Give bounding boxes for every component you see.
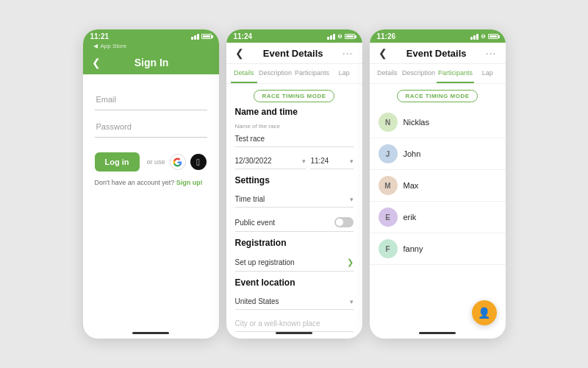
list-item[interactable]: M Max bbox=[370, 170, 506, 202]
event-navbar-2: ❮ Event Details ··· bbox=[226, 43, 362, 64]
signal-icon-2 bbox=[327, 34, 335, 40]
login-button[interactable]: Log in bbox=[95, 152, 140, 171]
event-body-2: Name and time Name of the race Test race… bbox=[226, 107, 362, 338]
name-time-title: Name and time bbox=[235, 107, 354, 117]
login-row: Log in or use  bbox=[95, 152, 207, 171]
tab-participants-2[interactable]: Participants bbox=[293, 64, 331, 83]
avatar: N bbox=[379, 113, 398, 132]
date-field[interactable]: 12/30/2022 ▾ bbox=[235, 153, 306, 169]
race-name-label: Name of the race bbox=[235, 123, 354, 130]
sub-status-1: ◀App Store bbox=[83, 43, 219, 52]
list-item[interactable]: J John bbox=[370, 138, 506, 170]
status-time-3: 11:26 bbox=[377, 32, 396, 40]
participants-list: N Nicklas J John M Max E erik F fanny bbox=[370, 107, 506, 265]
status-time-1: 11:21 bbox=[90, 32, 110, 40]
apple-signin-button[interactable]:  bbox=[190, 154, 207, 170]
password-field[interactable] bbox=[95, 116, 207, 138]
add-participant-button[interactable]: 👤 bbox=[472, 300, 497, 325]
signal-icon bbox=[191, 34, 199, 40]
event-navbar-3: ❮ Event Details ··· bbox=[370, 43, 506, 64]
avatar: J bbox=[379, 144, 398, 163]
tab-details-3[interactable]: Details bbox=[374, 64, 401, 83]
home-indicator-1 bbox=[132, 332, 169, 334]
wifi-icon-3: ⊖ bbox=[481, 33, 486, 40]
avatar: E bbox=[379, 208, 398, 227]
tab-lap-3[interactable]: Lap bbox=[474, 64, 501, 83]
badge-label-2: RACE TIMING MODE bbox=[254, 90, 334, 102]
signin-navbar: ❮ Sign In bbox=[83, 52, 219, 74]
list-item[interactable]: E erik bbox=[370, 202, 506, 233]
screen-signin: 11:21 ◀App Store ❮ Sign In bbox=[83, 29, 219, 339]
tab-bar-3: Details Description Participants Lap bbox=[370, 64, 506, 84]
country-dropdown-icon: ▾ bbox=[350, 298, 354, 305]
status-bar-3: 11:26 ⊖ bbox=[370, 29, 506, 43]
tab-details-2[interactable]: Details bbox=[231, 64, 257, 83]
time-field[interactable]: 11:24 ▾ bbox=[310, 153, 353, 169]
participant-name: Nicklas bbox=[404, 118, 429, 127]
city-field[interactable]: City or a well-known place bbox=[235, 316, 354, 332]
event-title-2: Event Details bbox=[244, 48, 343, 59]
signin-title: Sign In bbox=[104, 57, 200, 68]
race-timing-badge-2: RACE TIMING MODE bbox=[226, 84, 362, 107]
apple-icon:  bbox=[196, 157, 200, 168]
time-dropdown-icon: ▾ bbox=[350, 158, 354, 165]
more-button-2[interactable]: ··· bbox=[343, 47, 354, 59]
country-field[interactable]: United States ▾ bbox=[235, 294, 354, 310]
wifi-icon-2: ⊖ bbox=[337, 33, 343, 40]
home-indicator-3 bbox=[419, 332, 456, 334]
tab-lap-2[interactable]: Lap bbox=[331, 64, 357, 83]
or-use-label: or use bbox=[147, 158, 165, 166]
settings-title: Settings bbox=[235, 175, 354, 185]
type-dropdown-icon: ▾ bbox=[350, 196, 354, 203]
signup-prompt: Don't have an account yet? Sign up! bbox=[95, 179, 207, 186]
screen-event-details: 11:24 ⊖ ❮ Event Details ··· Details De bbox=[226, 29, 362, 339]
participant-name: erik bbox=[404, 213, 417, 222]
status-time-2: 11:24 bbox=[234, 32, 253, 40]
status-icons-1 bbox=[191, 34, 212, 40]
battery-icon-1 bbox=[201, 34, 212, 39]
toggle-knob bbox=[336, 219, 343, 226]
type-field[interactable]: Time trial ▾ bbox=[235, 191, 354, 208]
signin-form: Log in or use  Don't have an account ye… bbox=[83, 74, 219, 201]
signup-link[interactable]: Sign up! bbox=[176, 179, 203, 186]
tab-bar-2: Details Description Participants Lap bbox=[226, 64, 362, 84]
list-item[interactable]: F fanny bbox=[370, 233, 506, 265]
email-field[interactable] bbox=[95, 89, 207, 110]
avatar: F bbox=[379, 239, 398, 258]
badge-label-3: RACE TIMING MODE bbox=[397, 90, 477, 102]
race-timing-badge-3: RACE TIMING MODE bbox=[370, 84, 506, 107]
google-icon bbox=[173, 158, 182, 167]
back-button-3[interactable]: ❮ bbox=[379, 47, 387, 59]
public-event-toggle[interactable] bbox=[334, 217, 354, 227]
battery-icon-3 bbox=[488, 34, 498, 39]
tab-participants-3[interactable]: Participants bbox=[437, 64, 474, 83]
registration-chevron: ❯ bbox=[347, 258, 354, 267]
tab-description-3[interactable]: Description bbox=[401, 64, 437, 83]
setup-registration-field[interactable]: Set up registration ❯ bbox=[235, 254, 354, 272]
back-button-2[interactable]: ❮ bbox=[235, 47, 244, 59]
participant-name: John bbox=[404, 149, 421, 158]
date-time-row: 12/30/2022 ▾ 11:24 ▾ bbox=[235, 153, 354, 169]
registration-title: Registration bbox=[235, 238, 354, 248]
google-signin-button[interactable] bbox=[170, 154, 186, 170]
race-name-field[interactable]: Test race bbox=[235, 131, 354, 147]
avatar: M bbox=[379, 176, 398, 195]
tab-description-2[interactable]: Description bbox=[257, 64, 293, 83]
list-item[interactable]: N Nicklas bbox=[370, 107, 506, 138]
participant-name: fanny bbox=[404, 244, 423, 253]
status-icons-2: ⊖ bbox=[327, 33, 355, 40]
home-indicator-2 bbox=[276, 332, 312, 334]
event-title-3: Event Details bbox=[387, 48, 486, 59]
back-button-1[interactable]: ❮ bbox=[92, 57, 101, 68]
status-bar-1: 11:21 bbox=[83, 29, 219, 43]
date-dropdown-icon: ▾ bbox=[302, 158, 306, 165]
location-title: Event location bbox=[235, 277, 354, 288]
status-bar-2: 11:24 ⊖ bbox=[226, 29, 362, 43]
public-event-field[interactable]: Public event bbox=[235, 213, 354, 232]
more-button-3[interactable]: ··· bbox=[486, 47, 497, 59]
participant-name: Max bbox=[404, 181, 419, 190]
add-participant-icon: 👤 bbox=[478, 307, 490, 319]
screen-participants: 11:26 ⊖ ❮ Event Details ··· Details De bbox=[370, 29, 506, 339]
status-icons-3: ⊖ bbox=[470, 33, 498, 40]
signal-icon-3 bbox=[470, 34, 478, 40]
